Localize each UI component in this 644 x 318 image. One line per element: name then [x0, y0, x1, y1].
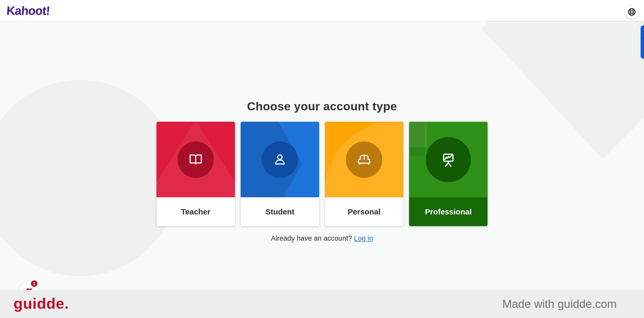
- language-button[interactable]: [625, 5, 639, 19]
- account-type-card-row: Teacher Student: [0, 122, 644, 226]
- teacher-card-art: [156, 122, 235, 197]
- made-with-guidde-text: Made with guidde.com: [502, 297, 617, 310]
- log-in-link[interactable]: Log in: [354, 234, 373, 242]
- card-label-student: Student: [241, 197, 319, 226]
- presentation-chart-icon: [426, 137, 471, 182]
- kahoot-logo: Kahoot!: [6, 4, 50, 18]
- card-label-professional: Professional: [409, 197, 488, 226]
- top-navigation-bar: Kahoot!: [0, 0, 644, 21]
- person-icon: [262, 141, 298, 178]
- globe-icon: [627, 7, 636, 17]
- login-prompt-text: Already have an account?: [271, 234, 352, 242]
- sofa-icon: [346, 141, 382, 178]
- guidde-footer-bar: guidde. Made with guidde.com: [0, 290, 644, 318]
- account-card-teacher[interactable]: Teacher: [156, 122, 235, 226]
- card-label-teacher: Teacher: [156, 197, 235, 226]
- card-label-personal: Personal: [325, 197, 403, 226]
- guidde-logo: guidde.: [14, 295, 69, 312]
- account-card-personal[interactable]: Personal: [325, 122, 403, 226]
- side-panel-handle[interactable]: [641, 25, 644, 59]
- student-card-art: [241, 122, 319, 197]
- account-card-student[interactable]: Student: [241, 122, 319, 226]
- account-card-professional[interactable]: Professional: [409, 122, 488, 226]
- professional-card-art: [409, 122, 488, 197]
- notification-badge[interactable]: 1: [30, 280, 38, 287]
- login-prompt-row: Already have an account? Log in: [0, 234, 644, 242]
- page-title: Choose your account type: [0, 100, 644, 113]
- side-panel-divider: [641, 38, 644, 38]
- open-book-icon: [178, 141, 214, 178]
- dark-square-decoration: [409, 122, 425, 156]
- personal-card-art: [325, 122, 403, 197]
